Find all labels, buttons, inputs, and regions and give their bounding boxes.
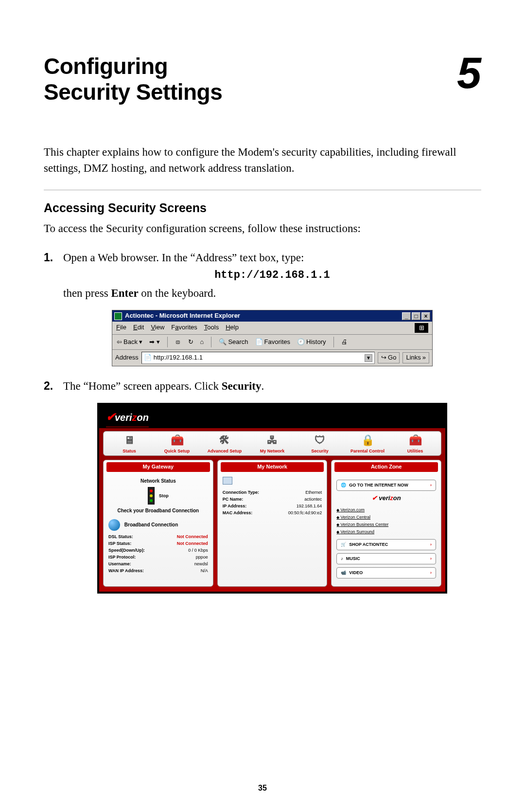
menu-help[interactable]: Help bbox=[226, 323, 239, 333]
net-row: PC Name:actiontec bbox=[223, 496, 322, 503]
network-icon: 🖧 bbox=[264, 433, 280, 447]
minimize-button[interactable]: _ bbox=[402, 312, 411, 320]
panel-head-action: Action Zone bbox=[334, 462, 438, 472]
nav-status[interactable]: 🖥Status bbox=[107, 433, 151, 454]
back-button[interactable]: ⇦ Back ▾ bbox=[115, 337, 144, 347]
divider bbox=[44, 190, 481, 190]
verizon-mini-logo: ✔ verizon bbox=[336, 494, 436, 503]
step-1-url: http://192.168.1.1 bbox=[63, 268, 481, 283]
verizon-logo: ✔ verizon bbox=[106, 409, 149, 427]
close-button[interactable]: × bbox=[421, 312, 430, 320]
action-link[interactable]: Verizon Central bbox=[336, 514, 436, 521]
address-input[interactable]: 📄 http://192.168.1.1 ▼ bbox=[141, 352, 375, 364]
action-links: Verizon.com Verizon Central Verizon Busi… bbox=[336, 507, 436, 535]
gw-row: DSL Status:Not Connected bbox=[108, 534, 208, 540]
music-button[interactable]: ♪ MUSIC › bbox=[336, 553, 436, 564]
panel-head-gateway: My Gateway bbox=[106, 462, 210, 472]
action-link[interactable]: Verizon Surround bbox=[336, 529, 436, 535]
nav-quick-setup[interactable]: 🧰Quick Setup bbox=[155, 433, 199, 454]
nav-parental-control[interactable]: 🔒Parental Control bbox=[346, 433, 389, 454]
chevron-right-icon: › bbox=[430, 556, 432, 562]
panel-my-gateway: My Gateway Network Status Stop Check you… bbox=[103, 460, 213, 587]
address-bar: Address 📄 http://192.168.1.1 ▼ ↪ Go Link… bbox=[112, 350, 432, 366]
toolbar: ⇦ Back ▾ ➡ ▾ ⦻ ↻ ⌂ 🔍 Search 📄 Favorites … bbox=[112, 335, 432, 350]
chapter-header: Configuring Security Settings 5 bbox=[44, 54, 481, 105]
shop-actiontec-button[interactable]: 🛒 SHOP ACTIONTEC › bbox=[336, 539, 436, 550]
address-label: Address bbox=[115, 353, 139, 362]
section-intro: To access the Security configuration scr… bbox=[44, 221, 481, 236]
cart-icon: 🛒 bbox=[341, 541, 346, 548]
video-button[interactable]: 📹 VIDEO › bbox=[336, 567, 436, 578]
home-button[interactable]: ⌂ bbox=[199, 337, 206, 347]
print-button[interactable]: 🖨 bbox=[340, 337, 349, 347]
pc-icon bbox=[223, 477, 232, 485]
gw-row: Username:newdsl bbox=[108, 561, 208, 567]
app-icon bbox=[114, 312, 122, 320]
panel-head-network: My Network bbox=[221, 462, 324, 472]
video-icon: 📹 bbox=[341, 570, 346, 576]
steps-list: Open a Web browser. In the “Address” tex… bbox=[44, 250, 481, 594]
traffic-light-icon bbox=[148, 487, 155, 505]
check-broadband[interactable]: Check your Broadband Connection bbox=[108, 507, 208, 515]
address-value: http://192.168.1.1 bbox=[154, 353, 203, 362]
chapter-number: 5 bbox=[457, 54, 481, 93]
ie-throbber-icon: ⊞ bbox=[415, 323, 428, 333]
chapter-title-line2: Security Settings bbox=[44, 79, 222, 105]
menu-favorites[interactable]: Favorites bbox=[171, 323, 197, 333]
router-header: ✔ verizon bbox=[99, 405, 445, 428]
address-dropdown-icon[interactable]: ▼ bbox=[365, 354, 372, 362]
menu-file[interactable]: File bbox=[116, 323, 126, 333]
forward-button[interactable]: ➡ ▾ bbox=[148, 337, 161, 347]
net-row: MAC Address:00:50:fc:4d:90:e2 bbox=[223, 510, 322, 516]
router-screenshot: ✔ verizon 🖥Status 🧰Quick Setup 🛠Advanced… bbox=[97, 403, 447, 594]
maximize-button[interactable]: □ bbox=[412, 312, 420, 320]
section-heading: Accessing Security Screens bbox=[44, 201, 481, 215]
menu-view[interactable]: View bbox=[151, 323, 164, 333]
lock-icon: 🔒 bbox=[359, 433, 376, 447]
chevron-right-icon: › bbox=[430, 570, 432, 576]
page-number: 35 bbox=[0, 784, 525, 793]
chapter-intro: This chapter explains how to configure t… bbox=[44, 144, 481, 177]
router-nav: 🖥Status 🧰Quick Setup 🛠Advanced Setup 🖧My… bbox=[103, 431, 441, 456]
panel-my-network: My Network Connection Type:Ethernet PC N… bbox=[217, 460, 328, 587]
go-internet-button[interactable]: 🌐 GO TO THE INTERNET NOW › bbox=[336, 480, 436, 491]
action-link[interactable]: Verizon.com bbox=[336, 507, 436, 513]
chevron-right-icon: › bbox=[430, 482, 432, 488]
nav-security[interactable]: 🛡Security bbox=[298, 433, 342, 454]
browser-screenshot: Actiontec - Microsoft Internet Explorer … bbox=[112, 310, 433, 366]
history-button[interactable]: 🕘 History bbox=[296, 337, 327, 347]
broadband-connection: Broadband Connection bbox=[124, 522, 178, 527]
window-title: Actiontec - Microsoft Internet Explorer bbox=[125, 311, 240, 321]
chevron-right-icon: › bbox=[430, 541, 432, 548]
network-status-heading: Network Status bbox=[108, 478, 208, 485]
refresh-button[interactable]: ↻ bbox=[187, 337, 195, 347]
go-button[interactable]: ↪ Go bbox=[378, 352, 400, 363]
search-button[interactable]: 🔍 Search bbox=[217, 337, 249, 347]
links-button[interactable]: Links » bbox=[402, 352, 429, 363]
favorites-button[interactable]: 📄 Favorites bbox=[254, 337, 292, 347]
net-row: IP Address:192.168.1.64 bbox=[223, 503, 322, 509]
globe-small-icon: 🌐 bbox=[341, 482, 346, 488]
browser-titlebar: Actiontec - Microsoft Internet Explorer … bbox=[112, 310, 432, 322]
stop-button[interactable]: ⦻ bbox=[174, 337, 183, 347]
nav-my-network[interactable]: 🖧My Network bbox=[250, 433, 294, 454]
step-2: The “Home” screen appears. Click Securit… bbox=[44, 378, 481, 594]
gw-row: ISP Protocol:pppoe bbox=[108, 554, 208, 560]
action-link[interactable]: Verizon Business Center bbox=[336, 522, 436, 528]
chapter-title: Configuring Security Settings bbox=[44, 54, 222, 105]
stop-label: Stop bbox=[159, 493, 169, 498]
tools-icon: 🛠 bbox=[216, 433, 233, 447]
nav-advanced-setup[interactable]: 🛠Advanced Setup bbox=[203, 433, 246, 454]
step-1: Open a Web browser. In the “Address” tex… bbox=[44, 250, 481, 366]
menubar: File Edit View Favorites Tools Help ⊞ bbox=[112, 322, 432, 335]
nav-utilities[interactable]: 🧰Utilities bbox=[393, 433, 437, 454]
gw-row: Speed(Down/Up):0 / 0 Kbps bbox=[108, 547, 208, 554]
menu-tools[interactable]: Tools bbox=[204, 323, 219, 333]
security-icon: 🛡 bbox=[312, 433, 328, 447]
menu-edit[interactable]: Edit bbox=[133, 323, 144, 333]
toolbox-icon: 🧰 bbox=[407, 433, 423, 447]
monitor-icon: 🖥 bbox=[121, 433, 138, 447]
globe-icon bbox=[108, 519, 120, 531]
chapter-title-line1: Configuring bbox=[44, 54, 168, 79]
panel-action-zone: Action Zone 🌐 GO TO THE INTERNET NOW › ✔… bbox=[331, 460, 441, 587]
